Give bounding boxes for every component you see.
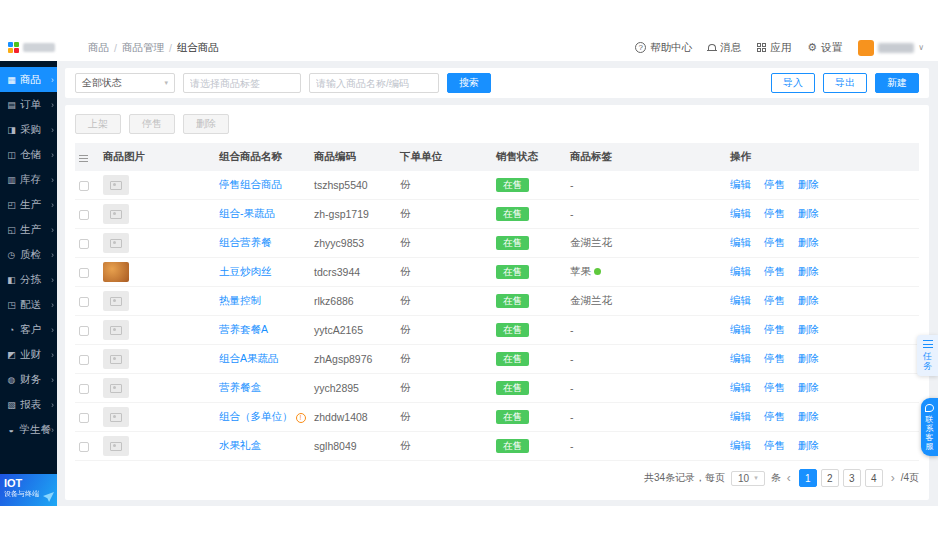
row-action-edit[interactable]: 编辑 — [730, 178, 751, 190]
row-action-stop-sale[interactable]: 停售 — [764, 207, 785, 219]
row-action-delete[interactable]: 删除 — [798, 352, 819, 364]
row-action-delete[interactable]: 删除 — [798, 439, 819, 451]
row-action-edit[interactable]: 编辑 — [730, 207, 751, 219]
table-header-row: 商品图片 组合商品名称 商品编码 下单单位 销售状态 商品标签 操作 — [75, 143, 919, 171]
product-tag: 金湖兰花 — [566, 229, 726, 258]
product-name-link[interactable]: 营养餐盒 — [219, 381, 261, 393]
row-action-delete[interactable]: 删除 — [798, 236, 819, 248]
username-redacted — [878, 43, 914, 53]
row-action-stop-sale[interactable]: 停售 — [764, 381, 785, 393]
batch-stop-sale-button[interactable]: 停售 — [129, 114, 175, 134]
batch-delete-button[interactable]: 删除 — [183, 114, 229, 134]
row-action-stop-sale[interactable]: 停售 — [764, 294, 785, 306]
breadcrumb-item-goods[interactable]: 商品 — [88, 41, 109, 55]
product-name-link[interactable]: 组合（多单位） — [219, 410, 293, 422]
row-checkbox[interactable] — [79, 181, 89, 191]
row-action-edit[interactable]: 编辑 — [730, 294, 751, 306]
row-action-edit[interactable]: 编辑 — [730, 236, 751, 248]
row-action-delete[interactable]: 删除 — [798, 265, 819, 277]
row-action-edit[interactable]: 编辑 — [730, 323, 751, 335]
settings-link[interactable]: ⚙ 设置 — [807, 41, 842, 55]
product-tag: 苹果 — [566, 258, 726, 287]
status-badge: 在售 — [496, 178, 529, 192]
iot-panel[interactable]: IOT 设备与终端 — [0, 474, 57, 506]
column-settings-icon[interactable] — [79, 155, 88, 162]
page-button-2[interactable]: 2 — [821, 469, 839, 487]
sidebar-item-delivery[interactable]: ◳配送› — [0, 292, 57, 317]
row-action-edit[interactable]: 编辑 — [730, 352, 751, 364]
next-page-button[interactable]: › — [891, 471, 895, 485]
row-action-edit[interactable]: 编辑 — [730, 439, 751, 451]
row-action-delete[interactable]: 删除 — [798, 294, 819, 306]
tag-filter-input[interactable] — [183, 73, 301, 93]
user-menu[interactable]: ∨ — [858, 40, 924, 56]
row-checkbox[interactable] — [79, 297, 89, 307]
row-checkbox[interactable] — [79, 326, 89, 336]
batch-on-shelf-button[interactable]: 上架 — [75, 114, 121, 134]
sidebar-item-biz-finance[interactable]: ◩业财› — [0, 342, 57, 367]
product-name-link[interactable]: 热量控制 — [219, 294, 261, 306]
row-action-stop-sale[interactable]: 停售 — [764, 265, 785, 277]
breadcrumb-item-goods-management[interactable]: 商品管理 — [122, 41, 164, 55]
sidebar-item-student-meals[interactable]: ◒学生餐› — [0, 417, 57, 442]
row-checkbox[interactable] — [79, 268, 89, 278]
product-name-link[interactable]: 组合A果蔬品 — [219, 352, 279, 364]
row-action-stop-sale[interactable]: 停售 — [764, 323, 785, 335]
import-button[interactable]: 导入 — [771, 73, 815, 93]
sidebar-item-sorting[interactable]: ◧分拣› — [0, 267, 57, 292]
create-button[interactable]: 新建 — [875, 73, 919, 93]
name-search-input[interactable] — [309, 73, 439, 93]
row-checkbox[interactable] — [79, 355, 89, 365]
row-action-edit[interactable]: 编辑 — [730, 265, 751, 277]
row-action-delete[interactable]: 删除 — [798, 410, 819, 422]
row-action-delete[interactable]: 删除 — [798, 323, 819, 335]
product-name-link[interactable]: 组合营养餐 — [219, 236, 272, 248]
product-name-link[interactable]: 土豆炒肉丝 — [219, 265, 272, 277]
row-action-stop-sale[interactable]: 停售 — [764, 178, 785, 190]
messages-link[interactable]: 消息 — [708, 41, 741, 55]
page-size-select[interactable]: 10 ▾ — [731, 471, 765, 486]
product-name-link[interactable]: 水果礼盒 — [219, 439, 261, 451]
sidebar-item-customers[interactable]: ◔客户› — [0, 317, 57, 342]
row-action-edit[interactable]: 编辑 — [730, 410, 751, 422]
row-checkbox[interactable] — [79, 413, 89, 423]
row-action-stop-sale[interactable]: 停售 — [764, 439, 785, 451]
sidebar-item-purchase[interactable]: ◨采购› — [0, 117, 57, 142]
row-action-stop-sale[interactable]: 停售 — [764, 236, 785, 248]
product-name-link[interactable]: 停售组合商品 — [219, 178, 282, 190]
product-name-link[interactable]: 营养套餐A — [219, 323, 268, 335]
status-select[interactable]: 全部状态 ▾ — [75, 73, 175, 93]
sidebar-item-finance[interactable]: ◍财务› — [0, 367, 57, 392]
sidebar-item-inventory[interactable]: ▥库存› — [0, 167, 57, 192]
row-action-delete[interactable]: 删除 — [798, 381, 819, 393]
help-center-link[interactable]: ? 帮助中心 — [635, 41, 692, 55]
sidebar-item-production-2[interactable]: ◱生产› — [0, 217, 57, 242]
search-button[interactable]: 搜索 — [447, 73, 491, 93]
sidebar-item-orders[interactable]: ▤订单› — [0, 92, 57, 117]
product-name-link[interactable]: 组合-果蔬品 — [219, 207, 275, 219]
prev-page-button[interactable]: ‹ — [787, 471, 791, 485]
sidebar-item-production-1[interactable]: ◰生产› — [0, 192, 57, 217]
page-button-3[interactable]: 3 — [843, 469, 861, 487]
apps-link[interactable]: 应用 — [757, 41, 791, 55]
sidebar-item-quality[interactable]: ◷质检› — [0, 242, 57, 267]
row-action-delete[interactable]: 删除 — [798, 178, 819, 190]
row-action-stop-sale[interactable]: 停售 — [764, 410, 785, 422]
tasks-fab[interactable]: 任务 — [917, 335, 938, 376]
row-action-stop-sale[interactable]: 停售 — [764, 352, 785, 364]
row-action-delete[interactable]: 删除 — [798, 207, 819, 219]
customer-service-fab[interactable]: 联系客服 — [921, 398, 938, 456]
row-checkbox[interactable] — [79, 442, 89, 452]
sidebar-item-warehouse[interactable]: ◫仓储› — [0, 142, 57, 167]
row-action-edit[interactable]: 编辑 — [730, 381, 751, 393]
app-logo[interactable] — [8, 42, 78, 53]
row-checkbox[interactable] — [79, 239, 89, 249]
page-button-1[interactable]: 1 — [799, 469, 817, 487]
row-checkbox[interactable] — [79, 384, 89, 394]
row-checkbox[interactable] — [79, 210, 89, 220]
export-button[interactable]: 导出 — [823, 73, 867, 93]
image-icon — [110, 239, 122, 248]
page-button-4[interactable]: 4 — [865, 469, 883, 487]
sidebar-item-reports[interactable]: ▧报表› — [0, 392, 57, 417]
sidebar-item-goods[interactable]: ▦商品› — [0, 67, 57, 92]
